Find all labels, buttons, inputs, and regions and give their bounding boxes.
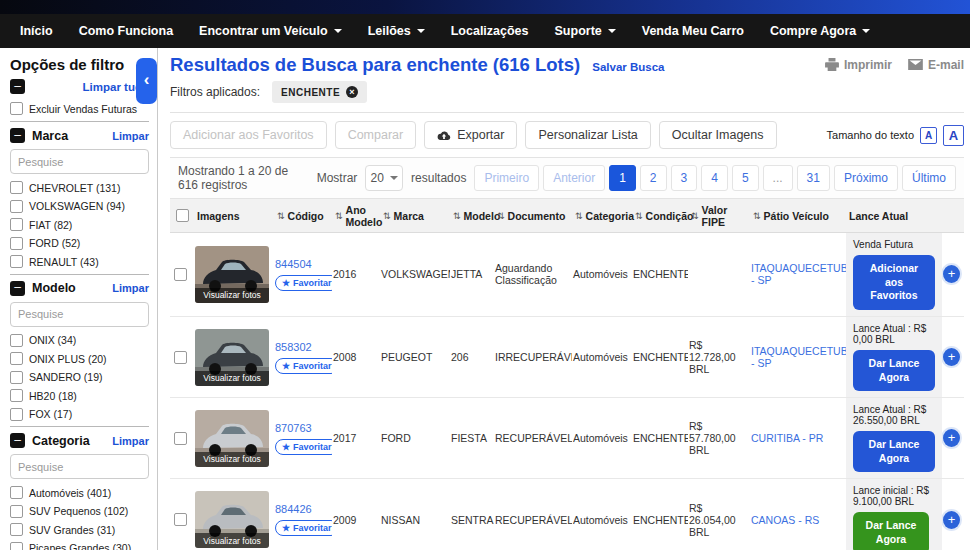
- filter-option[interactable]: FIAT (82): [10, 218, 149, 231]
- text-size-large-button[interactable]: A: [943, 125, 964, 146]
- filter-option[interactable]: HB20 (18): [10, 389, 149, 402]
- vehicle-photo[interactable]: Visualizar fotos: [195, 491, 269, 548]
- col-documento[interactable]: Documento: [494, 206, 572, 226]
- add-favorites-row-button[interactable]: Adicionar aos Favoritos: [853, 255, 935, 310]
- lot-code-link[interactable]: 858302: [275, 341, 328, 353]
- row-checkbox[interactable]: [174, 268, 187, 281]
- clear-categoria-link[interactable]: Limpar: [112, 435, 149, 447]
- expand-row-icon[interactable]: [943, 348, 960, 366]
- col-marca[interactable]: Marca: [380, 206, 450, 226]
- bid-now-button[interactable]: Dar Lance Agora: [853, 431, 935, 472]
- view-photos-overlay[interactable]: Visualizar fotos: [195, 288, 269, 303]
- modelo-search-input[interactable]: [10, 302, 149, 327]
- col-categoria[interactable]: Categoria: [572, 206, 632, 226]
- nav-item-leiloes[interactable]: Leilões: [368, 24, 425, 38]
- lot-code-link[interactable]: 844504: [275, 258, 328, 270]
- select-all-checkbox[interactable]: [176, 209, 189, 222]
- filter-option[interactable]: VOLKSWAGEN (94): [10, 200, 149, 213]
- expand-row-icon[interactable]: [943, 511, 960, 529]
- text-size-small-button[interactable]: A: [920, 127, 937, 144]
- filter-option[interactable]: SANDERO (19): [10, 371, 149, 384]
- pagination-page-3[interactable]: 3: [671, 165, 698, 191]
- row-checkbox[interactable]: [174, 513, 187, 526]
- pagination-page-31[interactable]: 31: [797, 165, 830, 191]
- export-button[interactable]: Exportar: [424, 121, 517, 149]
- patio-link[interactable]: CANOAS - RS: [751, 514, 819, 526]
- favorite-button[interactable]: Favoritar: [275, 520, 332, 536]
- pagination-page-2[interactable]: 2: [640, 165, 667, 191]
- col-codigo[interactable]: Código: [274, 206, 332, 226]
- pagination-page-4[interactable]: 4: [701, 165, 728, 191]
- lot-code-link[interactable]: 884426: [275, 503, 328, 515]
- expand-row-icon[interactable]: [943, 265, 960, 283]
- pagination-last[interactable]: Último: [902, 165, 956, 191]
- nav-item-como-funciona[interactable]: Como Funciona: [79, 24, 173, 38]
- add-to-favorites-button[interactable]: Adicionar aos Favoritos: [170, 121, 327, 149]
- print-button[interactable]: Imprimir: [825, 58, 892, 72]
- row-checkbox[interactable]: [174, 432, 187, 445]
- filter-option[interactable]: SUV Grandes (31): [10, 523, 149, 536]
- pagination-next[interactable]: Próximo: [834, 165, 898, 191]
- favorite-button[interactable]: Favoritar: [275, 439, 332, 455]
- close-icon[interactable]: [346, 86, 358, 98]
- exclude-future-sales-row[interactable]: Excluir Vendas Futuras: [10, 102, 149, 115]
- nav-item-suporte[interactable]: Suporte: [555, 24, 616, 38]
- filter-chip-enchente[interactable]: ENCHENTE: [272, 81, 367, 103]
- nav-item-encontrar-veiculo[interactable]: Encontrar um Veículo: [199, 24, 342, 38]
- exclude-future-sales-checkbox[interactable]: [10, 102, 23, 115]
- filter-option[interactable]: FORD (52): [10, 237, 149, 250]
- pagination-page-5[interactable]: 5: [732, 165, 759, 191]
- filter-option[interactable]: RENAULT (43): [10, 255, 149, 268]
- row-checkbox[interactable]: [174, 351, 187, 364]
- vehicle-photo[interactable]: Visualizar fotos: [195, 410, 269, 467]
- minus-icon[interactable]: [10, 281, 25, 296]
- filter-option[interactable]: Automóveis (401): [10, 486, 149, 499]
- nav-item-localizacoes[interactable]: Localizações: [451, 24, 529, 38]
- categoria-search-input[interactable]: [10, 454, 149, 479]
- filter-option[interactable]: ONIX (34): [10, 334, 149, 347]
- sidebar-collapse-button[interactable]: [136, 58, 157, 104]
- nav-item-venda-meu-carro[interactable]: Venda Meu Carro: [642, 24, 744, 38]
- pagination-previous[interactable]: Anterior: [543, 165, 605, 191]
- expand-row-icon[interactable]: [943, 429, 960, 447]
- minus-icon[interactable]: [10, 433, 25, 448]
- col-condicao[interactable]: Condição: [632, 206, 688, 226]
- favorite-button[interactable]: Favoritar: [275, 358, 332, 374]
- lot-code-link[interactable]: 870763: [275, 422, 328, 434]
- email-button[interactable]: E-mail: [908, 58, 964, 72]
- nav-item-inicio[interactable]: Início: [20, 24, 53, 38]
- col-modelo[interactable]: Modelo: [450, 206, 494, 226]
- hide-images-button[interactable]: Ocultar Imagens: [659, 121, 777, 149]
- col-valor-fipe[interactable]: Valor FIPE: [688, 200, 750, 232]
- favorite-button[interactable]: Favoritar: [275, 275, 332, 291]
- minus-icon[interactable]: [10, 128, 25, 143]
- marca-search-input[interactable]: [10, 149, 149, 174]
- bid-now-button[interactable]: Dar Lance Agora: [853, 350, 935, 391]
- col-patio-veiculo[interactable]: Pátio Veículo: [750, 206, 846, 226]
- vehicle-photo[interactable]: Visualizar fotos: [195, 329, 269, 386]
- bid-now-button[interactable]: Dar Lance Agora: [853, 512, 929, 550]
- filter-option[interactable]: ONIX PLUS (20): [10, 352, 149, 365]
- vehicle-photo[interactable]: Visualizar fotos: [195, 246, 269, 303]
- clear-modelo-link[interactable]: Limpar: [112, 282, 149, 294]
- filter-option[interactable]: CHEVROLET (131): [10, 181, 149, 194]
- patio-link[interactable]: ITAQUAQUECETUBA - SP: [751, 345, 846, 369]
- filter-option[interactable]: FOX (17): [10, 408, 149, 421]
- view-photos-overlay[interactable]: Visualizar fotos: [195, 371, 269, 386]
- view-photos-overlay[interactable]: Visualizar fotos: [195, 452, 269, 467]
- nav-item-compre-agora[interactable]: Compre Agora: [770, 24, 870, 38]
- compare-button[interactable]: Comparar: [335, 121, 417, 149]
- pagination-page-1[interactable]: 1: [609, 165, 636, 191]
- save-search-link[interactable]: Salvar Busca: [592, 61, 664, 73]
- filter-option[interactable]: Picapes Grandes (30): [10, 542, 149, 550]
- customize-list-button[interactable]: Personalizar Lista: [525, 121, 650, 149]
- clear-marca-link[interactable]: Limpar: [112, 130, 149, 142]
- patio-link[interactable]: ITAQUAQUECETUBA - SP: [751, 262, 846, 286]
- pagination-first[interactable]: Primeiro: [474, 165, 539, 191]
- page-size-select[interactable]: 20: [365, 165, 403, 191]
- filter-option[interactable]: SUV Pequenos (102): [10, 505, 149, 518]
- view-photos-overlay[interactable]: Visualizar fotos: [195, 533, 269, 548]
- patio-link[interactable]: CURITIBA - PR: [751, 432, 823, 444]
- collapse-all-icon[interactable]: [10, 79, 25, 94]
- col-ano-modelo[interactable]: Ano Modelo: [332, 200, 380, 232]
